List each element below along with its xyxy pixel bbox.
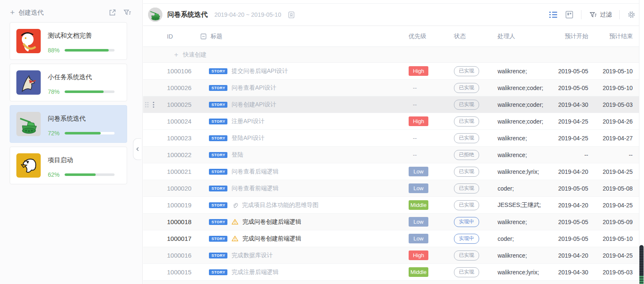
story-title[interactable]: 问卷查看API设计 xyxy=(232,84,276,92)
story-title[interactable]: 完成问卷创建后端逻辑 xyxy=(242,218,301,226)
status-pill[interactable]: 已实现 xyxy=(454,250,479,261)
status-pill[interactable]: 已实现 xyxy=(454,133,479,143)
story-row[interactable]: 1000019STORY完成项目总体功能的思维导图Middle已实现JESSES… xyxy=(143,197,639,214)
story-row[interactable]: 1000106STORY提交问卷后端API设计High已实现walikrence… xyxy=(143,63,639,80)
list-view-icon[interactable] xyxy=(549,11,558,18)
story-row[interactable]: 1000020STORY问卷查看前端逻辑Low已实现coder;2019-05-… xyxy=(143,180,639,197)
column-priority[interactable]: 优先级 xyxy=(409,33,454,40)
story-handler: walikrence;coder; xyxy=(498,101,543,108)
story-title[interactable]: 完成注册后端逻辑 xyxy=(232,269,279,276)
priority-badge[interactable]: High xyxy=(409,66,428,76)
story-row[interactable]: 1000018STORY完成问卷创建后端逻辑Low实现中walikrence;2… xyxy=(143,214,639,230)
iteration-name: 小任务系统迭代 xyxy=(48,73,120,81)
column-handler[interactable]: 处理人 xyxy=(498,33,555,40)
status-pill[interactable]: 已实现 xyxy=(454,100,479,110)
scrollbar-thumb[interactable] xyxy=(639,245,644,284)
scrollbar-gutter xyxy=(639,0,644,284)
story-row[interactable]: 1000023STORY登陆API设计--已实现walikrence;2019-… xyxy=(143,130,639,147)
priority-badge[interactable]: High xyxy=(409,250,428,260)
story-title[interactable]: 登陆 xyxy=(232,151,243,159)
story-id: 1000106 xyxy=(167,67,191,75)
create-iteration-label: 创建迭代 xyxy=(18,9,44,17)
story-title[interactable]: 注册API设计 xyxy=(232,118,265,125)
story-start-date: 2019-04-25 xyxy=(558,118,588,125)
create-iteration-button[interactable]: + 创建迭代 xyxy=(10,9,44,17)
iteration-card[interactable]: 问卷系统迭代72% xyxy=(10,105,127,143)
story-handler: walikrence; xyxy=(498,152,527,158)
priority-empty: -- xyxy=(409,152,417,158)
story-row[interactable]: 1000022STORY登陆--已拒绝walikrence;---- xyxy=(143,147,639,163)
story-end-date: -- xyxy=(629,152,633,158)
warning-icon xyxy=(232,219,238,225)
story-start-date: 2019-04-20 xyxy=(558,202,588,209)
story-title[interactable]: 完成项目总体功能的思维导图 xyxy=(242,201,318,209)
story-row[interactable]: 1000016STORY完成数据库设计High已实现walikrence;201… xyxy=(143,247,639,264)
collapse-all-icon[interactable] xyxy=(201,34,206,39)
story-handler: walikrence; xyxy=(498,68,527,75)
story-title[interactable]: 完成问卷创建前端逻辑 xyxy=(242,235,301,243)
story-row[interactable]: 1000024STORY注册API设计High已实现walikrence;cod… xyxy=(143,113,639,130)
sidebar-collapse-button[interactable] xyxy=(133,138,141,160)
priority-badge[interactable]: Low xyxy=(409,183,428,193)
column-title[interactable]: 标题 xyxy=(211,33,222,40)
tank-avatar-icon xyxy=(16,112,41,136)
story-row[interactable]: 1000025STORY问卷创建API设计--已实现walikrence;cod… xyxy=(143,96,639,113)
column-start[interactable]: 预计开始 xyxy=(555,33,588,40)
status-pill[interactable]: 已实现 xyxy=(454,66,479,76)
story-type-badge: STORY xyxy=(209,152,227,158)
drag-handle-icon[interactable] xyxy=(145,101,149,108)
priority-badge[interactable]: Low xyxy=(409,234,428,243)
scrollbar-thumb-marks xyxy=(639,276,644,284)
priority-badge[interactable]: High xyxy=(409,116,428,126)
story-row[interactable]: 1000017STORY完成问卷创建前端逻辑Low实现中coder;2019-0… xyxy=(143,230,639,247)
status-pill[interactable]: 已实现 xyxy=(454,116,479,127)
report-icon[interactable] xyxy=(287,11,295,19)
iteration-card[interactable]: 小任务系统迭代78% xyxy=(10,64,127,101)
story-row[interactable]: 1000015STORY完成注册后端逻辑Middle已实现walikrence;… xyxy=(143,264,639,281)
divider xyxy=(619,10,620,19)
share-icon[interactable] xyxy=(108,8,117,17)
sidebar-filter-icon[interactable] xyxy=(123,8,131,17)
story-title[interactable]: 问卷查看前端逻辑 xyxy=(232,185,279,192)
status-pill[interactable]: 已实现 xyxy=(454,167,479,177)
status-pill[interactable]: 实现中 xyxy=(454,217,479,227)
story-title[interactable]: 完成数据库设计 xyxy=(232,252,273,259)
priority-badge[interactable]: Middle xyxy=(409,267,428,277)
priority-badge[interactable]: Low xyxy=(409,167,428,176)
priority-badge[interactable]: Middle xyxy=(409,200,428,210)
status-pill[interactable]: 已实现 xyxy=(454,267,479,277)
priority-badge[interactable]: Low xyxy=(409,217,428,227)
settings-icon[interactable] xyxy=(627,10,636,19)
story-title[interactable]: 问卷创建API设计 xyxy=(232,101,276,108)
story-start-date: 2019-04-20 xyxy=(558,168,588,175)
story-row[interactable]: 1000026STORY问卷查看API设计--已实现walikrence;cod… xyxy=(143,80,639,96)
story-type-badge: STORY xyxy=(209,119,227,124)
column-status[interactable]: 状态 xyxy=(454,33,498,40)
iteration-card[interactable]: 项目启动62% xyxy=(10,147,127,184)
story-row[interactable]: 1000021STORY问卷查看后端逻辑Low已实现walikrence;lyr… xyxy=(143,163,639,180)
eagle-avatar-icon xyxy=(16,153,41,178)
warning-icon xyxy=(232,235,238,242)
filter-label: 过滤 xyxy=(600,11,612,18)
story-title[interactable]: 问卷查看后端逻辑 xyxy=(232,168,279,176)
column-end[interactable]: 预计结束 xyxy=(588,33,639,40)
board-view-icon[interactable] xyxy=(565,10,574,19)
story-title[interactable]: 提交问卷后端API设计 xyxy=(232,67,288,75)
quick-create-row[interactable]: + 快速创建 xyxy=(143,47,639,63)
story-title[interactable]: 登陆API设计 xyxy=(232,134,265,142)
iteration-card[interactable]: 测试和文档完善88% xyxy=(10,22,127,60)
row-menu-icon[interactable] xyxy=(153,101,154,108)
iteration-progress-percent: 72% xyxy=(48,130,65,137)
status-pill[interactable]: 实现中 xyxy=(454,234,479,244)
status-pill[interactable]: 已拒绝 xyxy=(454,150,479,160)
status-pill[interactable]: 已实现 xyxy=(454,183,479,194)
iteration-progress-percent: 88% xyxy=(48,47,65,54)
iteration-avatar xyxy=(148,8,162,22)
filter-button[interactable]: 过滤 xyxy=(589,11,612,19)
story-start-date: 2019-04-30 xyxy=(558,269,588,276)
status-pill[interactable]: 已实现 xyxy=(454,83,479,93)
story-table-body: 1000106STORY提交问卷后端API设计High已实现walikrence… xyxy=(143,63,639,281)
story-end-date: 2019-04-26 xyxy=(602,118,633,125)
iteration-date-range: 2019-04-20 ~ 2019-05-10 xyxy=(214,11,281,18)
status-pill[interactable]: 已实现 xyxy=(454,200,479,210)
